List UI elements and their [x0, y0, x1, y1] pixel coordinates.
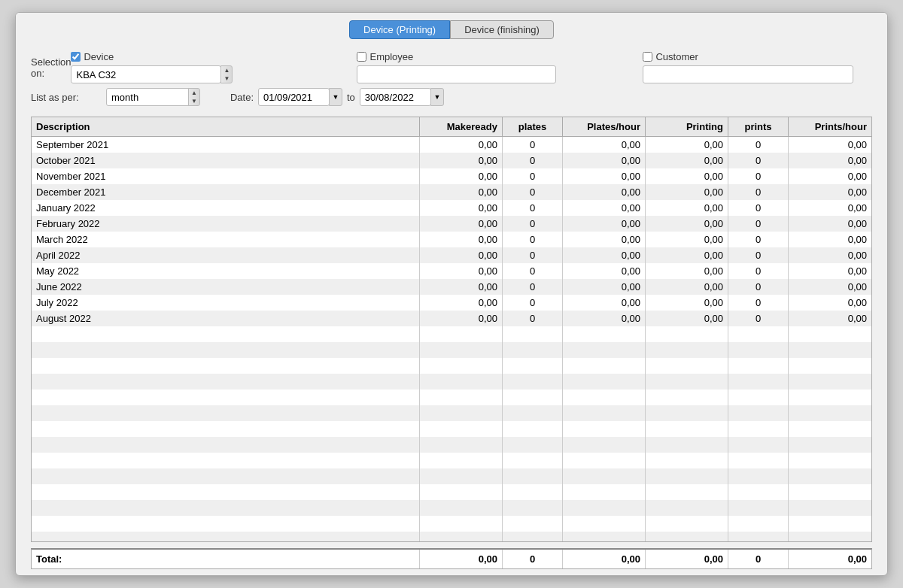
list-as-per-stepper[interactable]: ▲ ▼: [188, 88, 200, 106]
td-plates: 0: [503, 168, 563, 184]
customer-checkbox[interactable]: [643, 52, 652, 62]
tab-device-finishing[interactable]: Device (finishing): [450, 20, 554, 39]
employee-checkbox-label[interactable]: Employee: [357, 51, 643, 62]
td-prints: [728, 532, 789, 541]
list-as-per-stepper-up[interactable]: ▲: [189, 89, 199, 97]
customer-input[interactable]: [643, 65, 853, 83]
device-checkbox[interactable]: [71, 52, 81, 62]
td-plates: [503, 500, 563, 516]
td-prints: 0: [728, 263, 789, 279]
table-row[interactable]: March 2022 0,00 0 0,00 0,00 0 0,00: [32, 232, 871, 247]
table-row[interactable]: June 2022 0,00 0 0,00 0,00 0 0,00: [32, 279, 871, 295]
table-row[interactable]: September 2021 0,00 0 0,00 0,00 0 0,00: [32, 137, 871, 153]
date-from-input[interactable]: [258, 88, 330, 106]
td-plates: [503, 516, 563, 532]
date-to-input[interactable]: [360, 88, 431, 106]
table-row[interactable]: May 2022 0,00 0 0,00 0,00 0 0,00: [32, 263, 871, 279]
td-plates-hour: [563, 405, 646, 421]
table-row[interactable]: [32, 358, 871, 374]
table-row[interactable]: [32, 421, 871, 437]
total-prints: 0: [728, 550, 789, 568]
td-prints-hour: [789, 342, 871, 358]
customer-label: Customer: [655, 51, 698, 62]
td-prints-hour: 0,00: [789, 279, 871, 295]
td-prints-hour: 0,00: [789, 263, 871, 279]
device-stepper-down[interactable]: ▼: [221, 74, 232, 83]
table-row[interactable]: [32, 342, 871, 358]
table-row[interactable]: [32, 468, 871, 484]
table-row[interactable]: January 2022 0,00 0 0,00 0,00 0 0,00: [32, 200, 871, 216]
table-row[interactable]: [32, 389, 871, 405]
list-as-per-input[interactable]: [106, 88, 189, 106]
td-prints: [728, 342, 789, 358]
td-prints: [728, 405, 789, 421]
td-printing: 0,00: [646, 232, 728, 247]
employee-checkbox[interactable]: [357, 52, 366, 62]
td-description: [32, 326, 420, 342]
table-row[interactable]: April 2022 0,00 0 0,00 0,00 0 0,00: [32, 247, 871, 263]
table-row[interactable]: December 2021 0,00 0 0,00 0,00 0 0,00: [32, 184, 871, 200]
td-makeready: 0,00: [420, 279, 503, 295]
customer-checkbox-label[interactable]: Customer: [643, 51, 888, 62]
table-row[interactable]: July 2022 0,00 0 0,00 0,00 0 0,00: [32, 295, 871, 311]
table-row[interactable]: February 2022 0,00 0 0,00 0,00 0 0,00: [32, 216, 871, 232]
table-row[interactable]: [32, 405, 871, 421]
table-row[interactable]: [32, 500, 871, 516]
td-plates-hour: [563, 453, 646, 468]
td-plates-hour: 0,00: [563, 311, 646, 326]
date-row: Date: ▼ to ▼: [230, 88, 444, 106]
td-printing: [646, 389, 728, 405]
td-prints: [728, 484, 789, 500]
td-prints-hour: [789, 326, 871, 342]
date-to-dropdown[interactable]: ▼: [430, 88, 444, 106]
td-prints: 0: [728, 200, 789, 216]
td-plates-hour: 0,00: [563, 153, 646, 168]
tab-device-printing[interactable]: Device (Printing): [349, 20, 450, 39]
total-row: Total: 0,00 0 0,00 0,00 0 0,00: [32, 550, 871, 568]
table-row[interactable]: [32, 326, 871, 342]
td-prints: 0: [728, 295, 789, 311]
list-as-per-stepper-down[interactable]: ▼: [189, 97, 199, 105]
td-prints: 0: [728, 153, 789, 168]
table-row[interactable]: [32, 453, 871, 468]
td-makeready: [420, 358, 503, 374]
device-checkbox-label[interactable]: Device: [71, 51, 357, 62]
table-row[interactable]: [32, 374, 871, 389]
table-header: Description Makeready plates Plates/hour…: [32, 117, 871, 137]
total-label: Total:: [32, 550, 420, 568]
td-prints-hour: 0,00: [789, 184, 871, 200]
td-description: [32, 484, 420, 500]
th-plates: plates: [503, 117, 563, 136]
device-stepper-up[interactable]: ▲: [221, 66, 232, 74]
td-description: [32, 453, 420, 468]
td-prints-hour: 0,00: [789, 295, 871, 311]
td-description: January 2022: [32, 200, 420, 216]
date-from-dropdown[interactable]: ▼: [329, 88, 342, 106]
td-prints-hour: [789, 437, 871, 453]
td-description: [32, 374, 420, 389]
td-prints-hour: [789, 405, 871, 421]
td-plates-hour: 0,00: [563, 216, 646, 232]
table-row[interactable]: [32, 516, 871, 532]
td-prints: [728, 374, 789, 389]
table-row[interactable]: October 2021 0,00 0 0,00 0,00 0 0,00: [32, 153, 871, 168]
employee-column: Employee: [357, 51, 643, 83]
table-row[interactable]: November 2021 0,00 0 0,00 0,00 0 0,00: [32, 168, 871, 184]
device-input[interactable]: [71, 65, 221, 83]
th-description: Description: [32, 117, 420, 136]
table-row[interactable]: August 2022 0,00 0 0,00 0,00 0 0,00: [32, 311, 871, 326]
employee-input[interactable]: [357, 65, 556, 83]
device-stepper[interactable]: ▲ ▼: [220, 65, 233, 83]
td-makeready: 0,00: [420, 311, 503, 326]
td-prints-hour: [789, 532, 871, 541]
td-printing: [646, 453, 728, 468]
table-row[interactable]: [32, 484, 871, 500]
td-description: April 2022: [32, 247, 420, 263]
table-row[interactable]: [32, 437, 871, 453]
selection-area: Selection on: Device ▲ ▼: [16, 45, 887, 117]
td-plates-hour: 0,00: [563, 279, 646, 295]
employee-label: Employee: [369, 51, 413, 62]
data-table: Description Makeready plates Plates/hour…: [31, 117, 872, 542]
table-row[interactable]: [32, 532, 871, 541]
total-printing: 0,00: [646, 550, 728, 568]
